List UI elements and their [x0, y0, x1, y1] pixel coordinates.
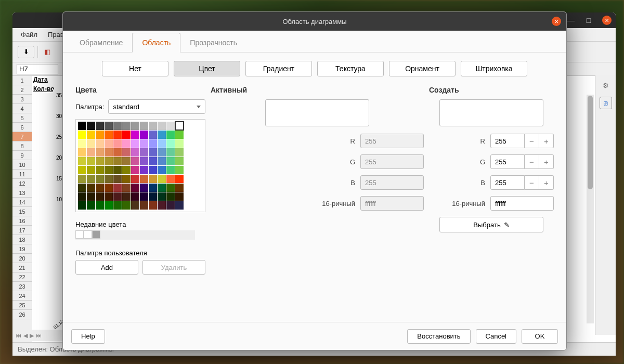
color-swatch[interactable]: [158, 184, 166, 192]
row-header[interactable]: 24: [12, 291, 32, 301]
color-swatch[interactable]: [175, 166, 184, 174]
color-swatch[interactable]: [87, 184, 95, 192]
ok-button[interactable]: OK: [522, 329, 558, 344]
color-swatch[interactable]: [149, 175, 157, 183]
row-header[interactable]: 4: [12, 104, 32, 113]
cell-ref-input[interactable]: [17, 64, 58, 74]
color-swatch[interactable]: [149, 148, 157, 157]
color-swatch[interactable]: [140, 139, 148, 148]
menu-file[interactable]: Файл: [17, 29, 42, 41]
color-swatch[interactable]: [87, 122, 95, 130]
color-swatch[interactable]: [105, 201, 113, 210]
color-swatch[interactable]: [175, 148, 184, 157]
recent-swatch[interactable]: [75, 230, 84, 239]
color-swatch[interactable]: [122, 184, 131, 192]
row-header[interactable]: 26: [12, 310, 32, 319]
color-swatch[interactable]: [149, 166, 157, 174]
color-swatch[interactable]: [149, 139, 157, 148]
nav-prev-icon[interactable]: ◀: [23, 332, 28, 339]
color-swatch[interactable]: [113, 157, 122, 165]
mode-color[interactable]: Цвет: [174, 61, 240, 76]
color-swatch[interactable]: [113, 148, 122, 157]
color-swatch[interactable]: [122, 148, 131, 157]
recent-swatch[interactable]: [92, 230, 100, 239]
color-swatch[interactable]: [166, 184, 175, 192]
color-swatch[interactable]: [78, 166, 86, 174]
color-swatch[interactable]: [96, 148, 104, 157]
color-swatch[interactable]: [96, 157, 104, 165]
color-swatch[interactable]: [78, 192, 86, 201]
color-swatch[interactable]: [158, 131, 166, 139]
color-swatch[interactable]: [113, 175, 122, 183]
color-swatch[interactable]: [131, 148, 139, 157]
row-header[interactable]: 11: [12, 170, 32, 179]
toggle-icon[interactable]: ⎚: [600, 97, 612, 109]
color-swatch[interactable]: [140, 175, 148, 183]
color-swatch[interactable]: [113, 131, 122, 139]
color-swatch[interactable]: [131, 166, 139, 174]
color-swatch[interactable]: [166, 148, 175, 157]
color-swatch[interactable]: [105, 175, 113, 183]
row-header[interactable]: 10: [12, 160, 32, 170]
color-swatch[interactable]: [131, 201, 139, 210]
row-header[interactable]: 19: [12, 244, 32, 254]
color-swatch[interactable]: [131, 122, 139, 130]
color-swatch[interactable]: [175, 201, 184, 210]
tab-area[interactable]: Область: [132, 33, 180, 53]
tab-transparency[interactable]: Прозрачность: [180, 33, 246, 52]
color-swatch[interactable]: [158, 157, 166, 165]
color-swatch[interactable]: [149, 201, 157, 210]
row-header[interactable]: 1: [12, 76, 32, 85]
color-swatch[interactable]: [122, 192, 131, 201]
create-g-input[interactable]: [490, 154, 525, 169]
r-decrement-icon[interactable]: −: [525, 134, 539, 148]
color-swatch[interactable]: [87, 157, 95, 165]
color-swatch[interactable]: [122, 157, 131, 165]
color-swatch[interactable]: [140, 131, 148, 139]
row-header[interactable]: 23: [12, 282, 32, 291]
color-swatch[interactable]: [166, 166, 175, 174]
row-header[interactable]: 21: [12, 263, 32, 272]
nav-first-icon[interactable]: ⏮: [16, 332, 21, 339]
pick-color-button[interactable]: Выбрать ✎: [439, 217, 543, 232]
cell-a1[interactable]: Дата: [33, 76, 48, 83]
color-swatch[interactable]: [96, 166, 104, 174]
color-swatch[interactable]: [96, 131, 104, 139]
color-swatch[interactable]: [122, 175, 131, 183]
nav-next-icon[interactable]: ▶: [30, 332, 34, 339]
delete-button[interactable]: Удалить: [142, 260, 205, 275]
color-swatch[interactable]: [175, 131, 184, 139]
add-button[interactable]: Add: [75, 260, 138, 275]
color-swatch[interactable]: [175, 184, 184, 192]
palette-select[interactable]: standard: [108, 99, 205, 114]
color-swatch[interactable]: [122, 139, 131, 148]
r-increment-icon[interactable]: +: [539, 134, 554, 148]
color-swatch[interactable]: [149, 157, 157, 165]
color-swatch[interactable]: [105, 184, 113, 192]
color-swatch[interactable]: [96, 192, 104, 201]
nav-last-icon[interactable]: ⏭: [36, 332, 42, 339]
color-swatch[interactable]: [166, 122, 175, 130]
row-header[interactable]: 3: [12, 95, 32, 104]
row-header[interactable]: 22: [12, 272, 32, 282]
color-swatch[interactable]: [149, 122, 157, 130]
color-swatch[interactable]: [158, 166, 166, 174]
color-swatch[interactable]: [96, 184, 104, 192]
minimize-icon[interactable]: ―: [567, 16, 575, 24]
color-swatch[interactable]: [113, 122, 122, 130]
color-swatch[interactable]: [158, 122, 166, 130]
dialog-close-icon[interactable]: ✕: [552, 17, 561, 26]
dropdown-icon[interactable]: ⬇: [18, 46, 34, 58]
color-swatch[interactable]: [131, 175, 139, 183]
color-swatch[interactable]: [158, 192, 166, 201]
color-swatch[interactable]: [105, 192, 113, 201]
maximize-icon[interactable]: □: [584, 16, 593, 24]
mode-texture[interactable]: Текстура: [317, 61, 384, 76]
color-swatch[interactable]: [78, 139, 86, 148]
color-swatch[interactable]: [140, 122, 148, 130]
row-header[interactable]: 20: [12, 254, 32, 263]
color-swatch[interactable]: [87, 131, 95, 139]
color-swatch[interactable]: [78, 131, 86, 139]
color-swatch[interactable]: [105, 139, 113, 148]
row-header[interactable]: 2: [12, 85, 32, 95]
